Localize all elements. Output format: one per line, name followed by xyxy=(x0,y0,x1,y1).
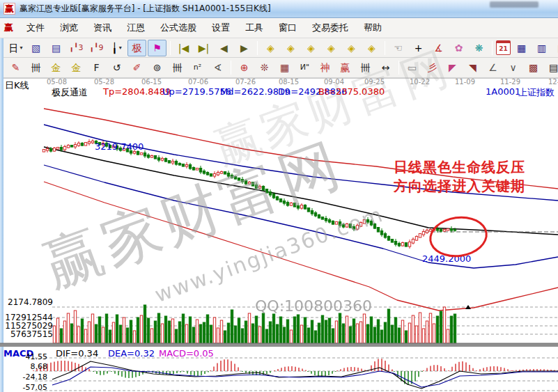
indicator-tp: Tp=2804.8489 xyxy=(103,86,171,97)
annotation-note-line1: 日线黑色生命线反压 xyxy=(394,158,525,177)
vol-scale-3: 57637515 xyxy=(3,329,53,339)
main-scale-low: 2174.7809 xyxy=(3,297,53,307)
macd-scale-2: 8.68 xyxy=(3,362,47,371)
symbol-code: 1A0001 xyxy=(486,86,520,97)
annotation-note-line2: 方向选择进入关键期 xyxy=(394,177,525,196)
indicator-bt: Bt=2375.0380 xyxy=(318,86,385,97)
high-price-label: 3219.7400 xyxy=(95,141,144,152)
application-window: 赢 赢家江恩专业版[赢家服务平台] - [上证指数 SH1A0001-155日K… xyxy=(0,0,558,392)
indicator-name[interactable]: 极反通道 xyxy=(52,86,88,99)
macd-scale-1: 41.55 xyxy=(3,352,47,361)
macd-dea-value: DEA=0.32 xyxy=(108,348,155,359)
period-label[interactable]: 日K线 xyxy=(5,79,29,92)
macd-dif-value: DIF=0.34 xyxy=(56,348,98,359)
macd-scale-4: -57.05 xyxy=(3,383,47,392)
price-chart[interactable] xyxy=(0,0,558,392)
macd-hist-value: MACD=0.05 xyxy=(159,348,214,359)
symbol-name: 上证指数 xyxy=(518,86,555,99)
macd-scale-3: -24.18 xyxy=(3,373,47,382)
